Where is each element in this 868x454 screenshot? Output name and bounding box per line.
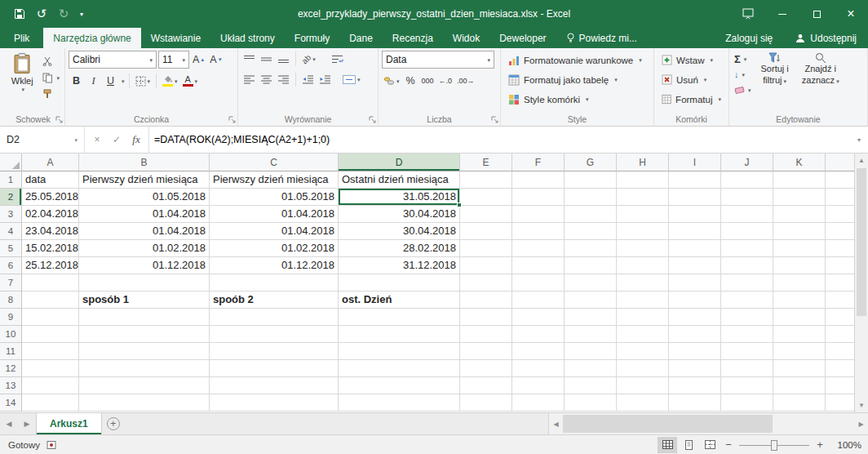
cell-J7[interactable] xyxy=(721,274,773,292)
cell-A13[interactable] xyxy=(22,377,79,394)
sort-filter-button[interactable]: Sortuj i filtruj▾ xyxy=(756,51,794,87)
cell-J4[interactable] xyxy=(721,223,773,240)
cell-A2[interactable]: 25.05.2018 xyxy=(22,189,79,206)
cell-B2[interactable]: 01.05.2018 xyxy=(79,189,210,206)
close-button[interactable]: × xyxy=(834,0,868,28)
horizontal-scroll-thumb[interactable] xyxy=(563,415,773,433)
cell-K8[interactable] xyxy=(773,292,826,309)
cell-B9[interactable] xyxy=(79,309,210,326)
cell-K5[interactable] xyxy=(773,240,826,257)
cell-C9[interactable] xyxy=(210,309,339,326)
cell-F13[interactable] xyxy=(512,377,565,394)
format-cells-button[interactable]: Formatuj▾ xyxy=(658,90,725,109)
fill-button[interactable]: ↓▾ xyxy=(733,68,753,81)
cell-E14[interactable] xyxy=(460,394,512,412)
cell-B7[interactable] xyxy=(79,274,210,292)
font-size-select[interactable]: 11▾ xyxy=(158,51,189,69)
cancel-entry-button[interactable]: × xyxy=(88,131,106,149)
cell-A6[interactable]: 25.12.2018 xyxy=(22,257,79,274)
column-header-A[interactable]: A xyxy=(22,154,79,171)
cell-K13[interactable] xyxy=(773,377,826,394)
cell-K6[interactable] xyxy=(773,257,826,274)
name-box[interactable]: D2▾ xyxy=(0,127,85,153)
cell-K11[interactable] xyxy=(773,343,826,360)
cell-I9[interactable] xyxy=(669,309,721,326)
formula-input[interactable]: =DATA(ROK(A2);MIESIĄC(A2+1)+1;0) xyxy=(149,127,850,153)
cell-overflow-9[interactable] xyxy=(826,309,854,326)
cell-overflow-14[interactable] xyxy=(826,394,854,412)
cell-A14[interactable] xyxy=(22,394,79,412)
cell-K3[interactable] xyxy=(773,206,826,223)
cell-H6[interactable] xyxy=(617,257,669,274)
align-right-button[interactable] xyxy=(276,71,291,87)
number-dialog-launcher[interactable] xyxy=(491,116,498,123)
zoom-in-button[interactable]: + xyxy=(813,438,827,451)
cell-overflow-13[interactable] xyxy=(826,377,854,394)
orientation-button[interactable]: ab▾ xyxy=(300,51,317,67)
cell-H1[interactable] xyxy=(617,171,669,189)
cell-G7[interactable] xyxy=(565,274,617,292)
cell-H11[interactable] xyxy=(617,343,669,360)
row-header-10[interactable]: 10 xyxy=(0,326,22,343)
column-header-B[interactable]: B xyxy=(79,154,210,171)
cell-overflow-4[interactable] xyxy=(826,223,854,240)
cell-F5[interactable] xyxy=(512,240,565,257)
minimize-button[interactable] xyxy=(765,0,799,28)
zoom-slider-thumb[interactable] xyxy=(771,440,777,451)
cell-I13[interactable] xyxy=(669,377,721,394)
cell-I10[interactable] xyxy=(669,326,721,343)
cell-G9[interactable] xyxy=(565,309,617,326)
borders-button[interactable]: ▾ xyxy=(134,73,153,89)
cell-H3[interactable] xyxy=(617,206,669,223)
cell-A5[interactable]: 15.02.2018 xyxy=(22,240,79,257)
decrease-decimal-button[interactable]: .00→ xyxy=(455,73,476,89)
cell-D10[interactable] xyxy=(339,326,460,343)
insert-cells-button[interactable]: Wstaw▾ xyxy=(658,51,725,69)
format-painter-button[interactable] xyxy=(41,87,61,100)
copy-button[interactable]: ▾ xyxy=(41,71,61,84)
vertical-scroll-thumb[interactable] xyxy=(857,168,866,316)
cell-H12[interactable] xyxy=(617,360,669,377)
cell-I14[interactable] xyxy=(669,394,721,412)
row-header-1[interactable]: 1 xyxy=(0,171,22,189)
cell-G14[interactable] xyxy=(565,394,617,412)
page-break-view-button[interactable] xyxy=(700,437,720,453)
cell-A10[interactable] xyxy=(22,326,79,343)
number-format-select[interactable]: Data▾ xyxy=(382,51,494,69)
ribbon-tab-układ-strony[interactable]: Układ strony xyxy=(210,28,285,48)
row-header-7[interactable]: 7 xyxy=(0,274,22,292)
autosum-button[interactable]: Σ▾ xyxy=(733,52,753,65)
vertical-scroll-track[interactable] xyxy=(855,167,868,398)
ribbon-tab-narzędzia-główne[interactable]: Narzędzia główne xyxy=(43,28,140,48)
cell-G12[interactable] xyxy=(565,360,617,377)
cell-A11[interactable] xyxy=(22,343,79,360)
cell-C10[interactable] xyxy=(210,326,339,343)
increase-decimal-button[interactable]: ←.0 xyxy=(437,73,454,89)
row-header-5[interactable]: 5 xyxy=(0,240,22,257)
cell-J8[interactable] xyxy=(721,292,773,309)
scroll-up-button[interactable]: ▲ xyxy=(855,154,868,167)
row-header-11[interactable]: 11 xyxy=(0,343,22,360)
cell-H2[interactable] xyxy=(617,189,669,206)
select-all-button[interactable] xyxy=(0,154,22,171)
merge-center-button[interactable]: ▾ xyxy=(341,71,362,87)
cell-I6[interactable] xyxy=(669,257,721,274)
increase-font-button[interactable]: A▲ xyxy=(191,51,206,68)
cell-J11[interactable] xyxy=(721,343,773,360)
cell-A1[interactable]: data xyxy=(22,171,79,189)
cell-J9[interactable] xyxy=(721,309,773,326)
horizontal-scroll-track[interactable] xyxy=(563,413,854,434)
row-header-8[interactable]: 8 xyxy=(0,292,22,309)
macro-record-button[interactable] xyxy=(46,440,56,450)
save-button[interactable] xyxy=(10,4,29,24)
alignment-dialog-launcher[interactable] xyxy=(369,116,376,123)
cell-I2[interactable] xyxy=(669,189,721,206)
cell-C5[interactable]: 01.02.2018 xyxy=(210,240,339,257)
row-header-12[interactable]: 12 xyxy=(0,360,22,377)
cell-B6[interactable]: 01.12.2018 xyxy=(79,257,210,274)
font-dialog-launcher[interactable] xyxy=(228,116,236,123)
cell-F4[interactable] xyxy=(512,223,565,240)
cell-E11[interactable] xyxy=(460,343,512,360)
cell-C11[interactable] xyxy=(210,343,339,360)
cell-E8[interactable] xyxy=(460,292,512,309)
